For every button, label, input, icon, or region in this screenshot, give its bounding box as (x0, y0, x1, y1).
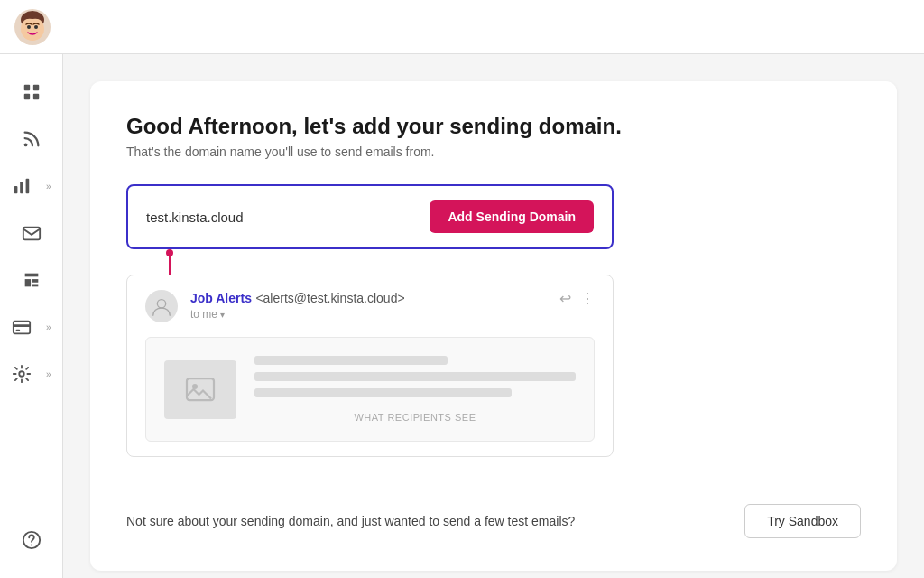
try-sandbox-button[interactable]: Try Sandbox (744, 504, 861, 538)
email-to-arrow: ▾ (220, 310, 225, 320)
what-recipients-see-label: WHAT RECIPIENTS SEE (254, 412, 576, 423)
svg-rect-7 (32, 94, 38, 99)
email-sender-addr: <alerts@test.kinsta.cloud> (255, 291, 404, 305)
content-line-3 (254, 388, 512, 397)
image-icon (184, 373, 217, 406)
content-line-2 (254, 372, 576, 381)
sidebar-item-dashboard[interactable] (10, 72, 53, 112)
domain-input-area: Add Sending Domain (126, 184, 614, 249)
svg-rect-6 (23, 94, 29, 99)
svg-point-1 (21, 17, 44, 41)
sidebar-item-billing[interactable]: » (6, 307, 57, 347)
sidebar-item-rss[interactable] (10, 119, 53, 159)
email-avatar (145, 290, 178, 322)
person-icon (151, 295, 172, 317)
email-content-lines: WHAT RECIPIENTS SEE (254, 356, 576, 423)
billing-chevron: » (46, 322, 51, 332)
sidebar-item-settings[interactable]: » (6, 354, 57, 394)
email-image-placeholder (164, 360, 236, 419)
sandbox-description: Not sure about your sending domain, and … (126, 512, 575, 531)
main-content: Good Afternoon, let's add your sending d… (63, 54, 924, 578)
svg-rect-13 (13, 322, 29, 334)
svg-rect-11 (25, 179, 29, 194)
svg-point-18 (31, 545, 32, 546)
connector-dot (166, 249, 173, 256)
more-options-icon[interactable]: ⋮ (580, 290, 595, 307)
email-from: Job Alerts <alerts@test.kinsta.cloud> to… (190, 290, 547, 321)
svg-point-8 (23, 144, 27, 147)
reply-icon[interactable]: ↩ (559, 290, 571, 307)
sidebar-item-help[interactable] (10, 520, 53, 560)
billing-icon (12, 317, 32, 337)
svg-rect-9 (14, 186, 17, 193)
svg-rect-4 (23, 85, 29, 90)
help-icon (22, 530, 42, 550)
sidebar-item-analytics[interactable]: » (6, 166, 57, 206)
svg-rect-10 (20, 182, 23, 193)
svg-point-3 (34, 25, 38, 29)
sidebar-item-email[interactable] (10, 213, 53, 253)
connector (162, 249, 861, 275)
page-title: Good Afternoon, let's add your sending d… (126, 114, 861, 139)
templates-icon (22, 270, 42, 290)
email-actions: ↩ ⋮ (559, 290, 595, 307)
svg-point-2 (27, 25, 31, 29)
email-preview-card: Job Alerts <alerts@test.kinsta.cloud> to… (126, 275, 614, 457)
email-sender-line: Job Alerts <alerts@test.kinsta.cloud> (190, 290, 547, 306)
svg-point-19 (157, 300, 165, 308)
avatar[interactable] (14, 9, 51, 45)
bottom-section: Not sure about your sending domain, and … (126, 486, 861, 538)
sidebar: » » » (0, 0, 63, 578)
svg-rect-15 (15, 330, 20, 331)
email-header: Job Alerts <alerts@test.kinsta.cloud> to… (145, 290, 595, 322)
top-bar (0, 0, 924, 54)
email-to: to me ▾ (190, 308, 547, 321)
email-icon (22, 223, 42, 243)
svg-rect-5 (32, 85, 38, 90)
dashboard-icon (22, 82, 42, 102)
connector-line (169, 256, 171, 275)
svg-rect-12 (23, 228, 39, 240)
analytics-chevron: » (46, 182, 51, 191)
content-line-1 (254, 356, 448, 365)
email-body-preview: WHAT RECIPIENTS SEE (145, 337, 595, 442)
settings-icon (12, 364, 32, 384)
svg-point-16 (19, 371, 24, 377)
svg-rect-14 (13, 324, 29, 327)
settings-chevron: » (46, 369, 51, 379)
add-sending-domain-button[interactable]: Add Sending Domain (430, 200, 594, 233)
rss-icon (22, 129, 42, 149)
analytics-icon (12, 176, 32, 196)
domain-input[interactable] (146, 210, 415, 225)
email-sender-name: Job Alerts (190, 291, 252, 305)
page-subtitle: That's the domain name you'll use to sen… (126, 144, 861, 159)
main-card: Good Afternoon, let's add your sending d… (90, 81, 897, 571)
sidebar-item-templates[interactable] (10, 260, 53, 300)
